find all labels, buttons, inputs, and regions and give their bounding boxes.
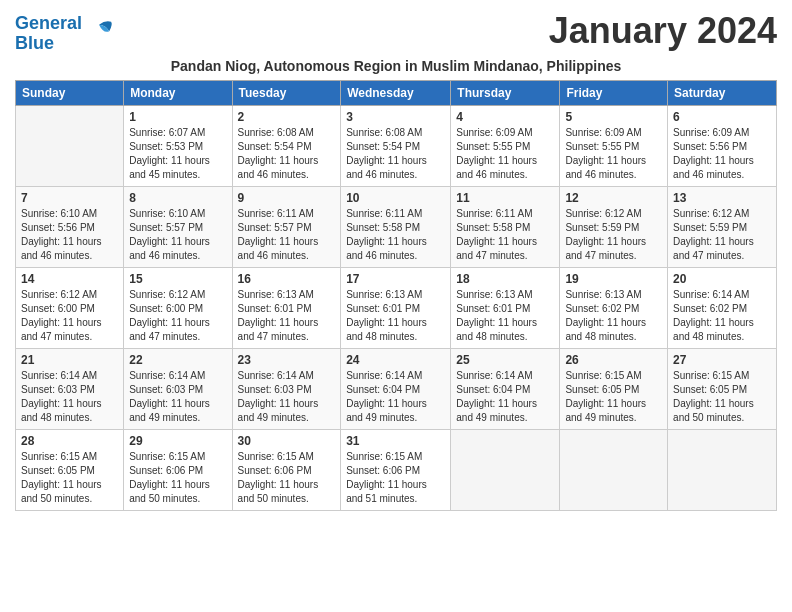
calendar-cell: 26Sunrise: 6:15 AMSunset: 6:05 PMDayligh… bbox=[560, 348, 668, 429]
day-info: Sunrise: 6:15 AMSunset: 6:06 PMDaylight:… bbox=[346, 450, 445, 506]
month-title: January 2024 bbox=[549, 10, 777, 52]
day-number: 11 bbox=[456, 191, 554, 205]
calendar-cell: 5Sunrise: 6:09 AMSunset: 5:55 PMDaylight… bbox=[560, 105, 668, 186]
calendar-week-5: 28Sunrise: 6:15 AMSunset: 6:05 PMDayligh… bbox=[16, 429, 777, 510]
calendar-header-row: SundayMondayTuesdayWednesdayThursdayFrid… bbox=[16, 80, 777, 105]
calendar-cell: 10Sunrise: 6:11 AMSunset: 5:58 PMDayligh… bbox=[341, 186, 451, 267]
day-number: 15 bbox=[129, 272, 226, 286]
day-info: Sunrise: 6:09 AMSunset: 5:55 PMDaylight:… bbox=[456, 126, 554, 182]
day-number: 27 bbox=[673, 353, 771, 367]
day-info: Sunrise: 6:12 AMSunset: 5:59 PMDaylight:… bbox=[565, 207, 662, 263]
calendar-week-1: 1Sunrise: 6:07 AMSunset: 5:53 PMDaylight… bbox=[16, 105, 777, 186]
calendar-cell: 9Sunrise: 6:11 AMSunset: 5:57 PMDaylight… bbox=[232, 186, 341, 267]
calendar-cell: 16Sunrise: 6:13 AMSunset: 6:01 PMDayligh… bbox=[232, 267, 341, 348]
calendar-cell: 3Sunrise: 6:08 AMSunset: 5:54 PMDaylight… bbox=[341, 105, 451, 186]
day-info: Sunrise: 6:15 AMSunset: 6:05 PMDaylight:… bbox=[673, 369, 771, 425]
day-info: Sunrise: 6:14 AMSunset: 6:03 PMDaylight:… bbox=[21, 369, 118, 425]
day-number: 3 bbox=[346, 110, 445, 124]
calendar-cell bbox=[16, 105, 124, 186]
day-number: 30 bbox=[238, 434, 336, 448]
calendar-cell: 21Sunrise: 6:14 AMSunset: 6:03 PMDayligh… bbox=[16, 348, 124, 429]
day-info: Sunrise: 6:15 AMSunset: 6:06 PMDaylight:… bbox=[238, 450, 336, 506]
calendar-week-4: 21Sunrise: 6:14 AMSunset: 6:03 PMDayligh… bbox=[16, 348, 777, 429]
day-info: Sunrise: 6:09 AMSunset: 5:56 PMDaylight:… bbox=[673, 126, 771, 182]
header-cell-monday: Monday bbox=[124, 80, 232, 105]
header-cell-tuesday: Tuesday bbox=[232, 80, 341, 105]
day-info: Sunrise: 6:11 AMSunset: 5:57 PMDaylight:… bbox=[238, 207, 336, 263]
calendar-cell: 1Sunrise: 6:07 AMSunset: 5:53 PMDaylight… bbox=[124, 105, 232, 186]
header: GeneralBlue January 2024 bbox=[15, 10, 777, 54]
calendar-cell: 14Sunrise: 6:12 AMSunset: 6:00 PMDayligh… bbox=[16, 267, 124, 348]
day-number: 21 bbox=[21, 353, 118, 367]
day-number: 28 bbox=[21, 434, 118, 448]
calendar-cell: 13Sunrise: 6:12 AMSunset: 5:59 PMDayligh… bbox=[668, 186, 777, 267]
calendar-cell: 18Sunrise: 6:13 AMSunset: 6:01 PMDayligh… bbox=[451, 267, 560, 348]
logo-text: GeneralBlue bbox=[15, 14, 82, 54]
day-info: Sunrise: 6:14 AMSunset: 6:03 PMDaylight:… bbox=[129, 369, 226, 425]
calendar-cell bbox=[668, 429, 777, 510]
calendar-week-2: 7Sunrise: 6:10 AMSunset: 5:56 PMDaylight… bbox=[16, 186, 777, 267]
day-info: Sunrise: 6:14 AMSunset: 6:04 PMDaylight:… bbox=[456, 369, 554, 425]
day-info: Sunrise: 6:10 AMSunset: 5:57 PMDaylight:… bbox=[129, 207, 226, 263]
day-number: 26 bbox=[565, 353, 662, 367]
calendar-cell: 25Sunrise: 6:14 AMSunset: 6:04 PMDayligh… bbox=[451, 348, 560, 429]
calendar-cell: 7Sunrise: 6:10 AMSunset: 5:56 PMDaylight… bbox=[16, 186, 124, 267]
day-number: 2 bbox=[238, 110, 336, 124]
day-number: 6 bbox=[673, 110, 771, 124]
calendar-cell: 29Sunrise: 6:15 AMSunset: 6:06 PMDayligh… bbox=[124, 429, 232, 510]
header-cell-thursday: Thursday bbox=[451, 80, 560, 105]
day-info: Sunrise: 6:09 AMSunset: 5:55 PMDaylight:… bbox=[565, 126, 662, 182]
calendar-cell bbox=[560, 429, 668, 510]
day-info: Sunrise: 6:11 AMSunset: 5:58 PMDaylight:… bbox=[456, 207, 554, 263]
day-number: 10 bbox=[346, 191, 445, 205]
day-info: Sunrise: 6:15 AMSunset: 6:06 PMDaylight:… bbox=[129, 450, 226, 506]
calendar-cell: 2Sunrise: 6:08 AMSunset: 5:54 PMDaylight… bbox=[232, 105, 341, 186]
calendar-cell: 17Sunrise: 6:13 AMSunset: 6:01 PMDayligh… bbox=[341, 267, 451, 348]
day-info: Sunrise: 6:13 AMSunset: 6:01 PMDaylight:… bbox=[346, 288, 445, 344]
day-number: 4 bbox=[456, 110, 554, 124]
calendar-cell: 22Sunrise: 6:14 AMSunset: 6:03 PMDayligh… bbox=[124, 348, 232, 429]
calendar-cell: 23Sunrise: 6:14 AMSunset: 6:03 PMDayligh… bbox=[232, 348, 341, 429]
day-number: 8 bbox=[129, 191, 226, 205]
day-number: 20 bbox=[673, 272, 771, 286]
day-number: 7 bbox=[21, 191, 118, 205]
calendar-cell: 6Sunrise: 6:09 AMSunset: 5:56 PMDaylight… bbox=[668, 105, 777, 186]
calendar-cell: 19Sunrise: 6:13 AMSunset: 6:02 PMDayligh… bbox=[560, 267, 668, 348]
day-number: 22 bbox=[129, 353, 226, 367]
day-info: Sunrise: 6:14 AMSunset: 6:02 PMDaylight:… bbox=[673, 288, 771, 344]
day-info: Sunrise: 6:12 AMSunset: 5:59 PMDaylight:… bbox=[673, 207, 771, 263]
logo-icon bbox=[85, 20, 113, 48]
logo: GeneralBlue bbox=[15, 14, 113, 54]
day-number: 1 bbox=[129, 110, 226, 124]
header-cell-wednesday: Wednesday bbox=[341, 80, 451, 105]
day-number: 29 bbox=[129, 434, 226, 448]
header-cell-sunday: Sunday bbox=[16, 80, 124, 105]
day-info: Sunrise: 6:08 AMSunset: 5:54 PMDaylight:… bbox=[238, 126, 336, 182]
day-number: 12 bbox=[565, 191, 662, 205]
calendar-cell: 28Sunrise: 6:15 AMSunset: 6:05 PMDayligh… bbox=[16, 429, 124, 510]
day-number: 14 bbox=[21, 272, 118, 286]
calendar-cell: 8Sunrise: 6:10 AMSunset: 5:57 PMDaylight… bbox=[124, 186, 232, 267]
day-number: 24 bbox=[346, 353, 445, 367]
day-info: Sunrise: 6:14 AMSunset: 6:04 PMDaylight:… bbox=[346, 369, 445, 425]
calendar-cell: 11Sunrise: 6:11 AMSunset: 5:58 PMDayligh… bbox=[451, 186, 560, 267]
day-number: 31 bbox=[346, 434, 445, 448]
calendar-cell: 30Sunrise: 6:15 AMSunset: 6:06 PMDayligh… bbox=[232, 429, 341, 510]
day-number: 16 bbox=[238, 272, 336, 286]
day-number: 9 bbox=[238, 191, 336, 205]
day-number: 23 bbox=[238, 353, 336, 367]
day-info: Sunrise: 6:11 AMSunset: 5:58 PMDaylight:… bbox=[346, 207, 445, 263]
header-cell-saturday: Saturday bbox=[668, 80, 777, 105]
day-info: Sunrise: 6:12 AMSunset: 6:00 PMDaylight:… bbox=[129, 288, 226, 344]
day-info: Sunrise: 6:15 AMSunset: 6:05 PMDaylight:… bbox=[21, 450, 118, 506]
day-info: Sunrise: 6:13 AMSunset: 6:01 PMDaylight:… bbox=[456, 288, 554, 344]
calendar-cell bbox=[451, 429, 560, 510]
calendar-cell: 15Sunrise: 6:12 AMSunset: 6:00 PMDayligh… bbox=[124, 267, 232, 348]
calendar-cell: 20Sunrise: 6:14 AMSunset: 6:02 PMDayligh… bbox=[668, 267, 777, 348]
day-number: 18 bbox=[456, 272, 554, 286]
day-info: Sunrise: 6:08 AMSunset: 5:54 PMDaylight:… bbox=[346, 126, 445, 182]
calendar-cell: 27Sunrise: 6:15 AMSunset: 6:05 PMDayligh… bbox=[668, 348, 777, 429]
calendar-cell: 24Sunrise: 6:14 AMSunset: 6:04 PMDayligh… bbox=[341, 348, 451, 429]
day-number: 19 bbox=[565, 272, 662, 286]
header-cell-friday: Friday bbox=[560, 80, 668, 105]
